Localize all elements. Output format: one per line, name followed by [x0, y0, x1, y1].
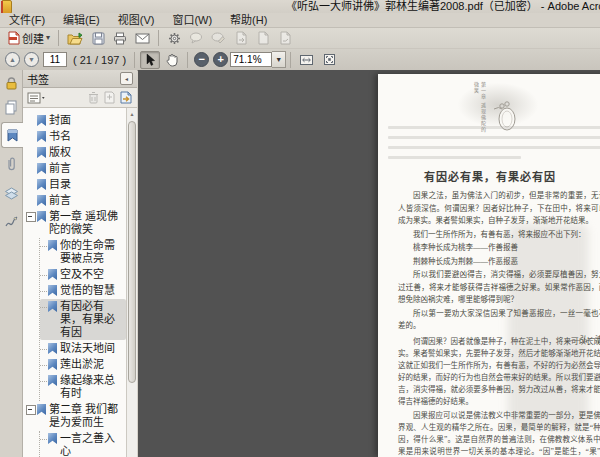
- page-count-label: ( 21 / 197 ): [73, 54, 126, 66]
- goto-bookmark-button[interactable]: [119, 91, 133, 104]
- delete-bookmark-button[interactable]: [88, 91, 99, 104]
- document-blank-icon: [257, 31, 270, 45]
- menu-window[interactable]: 窗口(W): [163, 13, 221, 27]
- acrobat-app-icon: [1, 0, 12, 13]
- fit-page-button[interactable]: [319, 51, 339, 69]
- zoom-in-button[interactable]: +: [213, 52, 228, 67]
- body-paragraph: 因果报应可以说是佛法教义中非常重要的一部分，更是佛法世界观、人生观的精华之所在。…: [398, 410, 600, 457]
- signatures-panel-button[interactable]: [2, 212, 20, 232]
- layers-panel-button[interactable]: [2, 183, 20, 203]
- bookmarks-panel-button[interactable]: [1, 122, 23, 148]
- signature-icon: [4, 215, 19, 229]
- expander-slot: [25, 146, 37, 148]
- email-button[interactable]: [132, 29, 153, 47]
- page-number-input[interactable]: [43, 52, 67, 67]
- toolbar-separator: [58, 30, 59, 46]
- arrow-down-icon: ▼: [28, 56, 35, 63]
- hide-panel-button[interactable]: ◂: [120, 72, 133, 85]
- bookmark-item[interactable]: 版权: [23, 145, 126, 160]
- quote-paragraph: 桃李种长成为桃李——作善报善: [398, 242, 600, 255]
- zoom-level-input[interactable]: [230, 52, 272, 67]
- sign-doc-button[interactable]: [275, 29, 295, 47]
- bookmark-item-chapter1[interactable]: 第一章 遥现佛陀的微笑: [23, 209, 126, 237]
- hand-icon: [165, 53, 179, 67]
- settings-button[interactable]: [164, 29, 184, 47]
- select-tool-button[interactable]: [140, 51, 160, 69]
- quote-paragraph: 因果之法，虽为佛法入门的初步，但是非常的重要，无论何人皆须深信。何谓因果？因者好…: [398, 190, 600, 228]
- fit-width-button[interactable]: [296, 51, 317, 69]
- plus-icon: +: [217, 54, 223, 65]
- menu-bar: 文件(F) 编辑(E) 视图(V) 窗口(W) 帮助(H): [0, 13, 600, 28]
- expander-slot: [25, 178, 37, 180]
- bookmark-icon: [37, 131, 46, 142]
- gear-icon: [168, 32, 181, 45]
- bookmark-icon: [37, 179, 46, 190]
- bookmarks-panel: 书签 ◂ 封面 书名 版权: [23, 70, 137, 457]
- bookmark-item[interactable]: 书名: [23, 129, 126, 144]
- menu-view[interactable]: 视图(V): [109, 13, 164, 27]
- menu-help[interactable]: 帮助(H): [221, 13, 276, 27]
- document-area[interactable]: 第一章 遥现佛陀的微笑 有因必有果，有果必有因 因果之法，虽为佛法入门的初步，但…: [138, 70, 600, 457]
- bookmark-item[interactable]: 缘起缘来总有时: [40, 373, 126, 401]
- collapse-icon[interactable]: [26, 212, 36, 222]
- bookmark-item-chapter2[interactable]: 第二章 我们都是为爱而生: [23, 402, 126, 430]
- bookmark-item[interactable]: 前言: [23, 161, 126, 176]
- zoom-out-button[interactable]: −: [194, 52, 209, 67]
- navigation-pane-strip: [0, 70, 23, 457]
- create-pdf-button[interactable]: 创建 ▾: [4, 29, 53, 47]
- previous-page-button[interactable]: ▲: [5, 52, 20, 67]
- save-button[interactable]: [88, 29, 108, 47]
- bookmark-item[interactable]: 前言: [23, 193, 126, 208]
- bookmark-item-selected[interactable]: 有因必有果，有果必有因: [40, 299, 126, 340]
- bookmark-item[interactable]: 你的生命需要被点亮: [40, 238, 126, 266]
- expander-slot: [25, 210, 37, 222]
- security-settings-button[interactable]: [2, 73, 20, 93]
- body-paragraph: 何谓因果？因者就像是种子，种在泥土中，将来可以长成为果实。果者譬如果实，先要种子…: [398, 336, 600, 408]
- envelope-icon: [135, 33, 150, 44]
- bookmark-item[interactable]: 空及不空: [40, 267, 126, 282]
- bookmark-item[interactable]: 莲出淤泥: [40, 357, 126, 372]
- comment-button[interactable]: [186, 29, 206, 47]
- bookmark-item[interactable]: 取法天地间: [40, 341, 126, 356]
- open-file-button[interactable]: [64, 29, 86, 47]
- attachments-panel-button[interactable]: [2, 154, 20, 174]
- bookmarks-panel-title: 书签: [27, 71, 120, 87]
- tree-connector: [40, 381, 47, 383]
- toolbar-separator: [158, 30, 159, 46]
- bookmark-item[interactable]: 一言之善入心: [40, 431, 126, 457]
- combine-doc-button[interactable]: [253, 29, 273, 47]
- bookmarks-panel-header: 书签 ◂: [23, 70, 137, 88]
- minus-icon: −: [198, 54, 204, 65]
- tree-connector: [40, 246, 47, 248]
- tree-connector: [40, 365, 47, 367]
- scrollbar-thumb[interactable]: [128, 121, 136, 383]
- bookmark-item[interactable]: 目录: [23, 177, 126, 192]
- menu-edit[interactable]: 编辑(E): [54, 13, 109, 27]
- scroll-up-icon[interactable]: ▲: [127, 108, 137, 120]
- next-page-button[interactable]: ▼: [24, 52, 39, 67]
- bookmark-options-button[interactable]: [27, 92, 45, 104]
- annotate-button[interactable]: [208, 29, 229, 47]
- tree-connector: [40, 307, 47, 309]
- bookmark-item[interactable]: 封面: [23, 113, 126, 128]
- body-section: 何谓因果？因者就像是种子，种在泥土中，将来可以长成为果实。果者譬如果实，先要种子…: [398, 336, 600, 457]
- page-title: 有因必有果，有果必有因: [378, 168, 600, 184]
- fit-width-icon: [299, 54, 314, 66]
- stamp-bubble-icon: [211, 32, 226, 44]
- toolbar-separator: [134, 52, 135, 68]
- bookmarks-scrollbar[interactable]: ▲: [126, 108, 137, 457]
- save-icon: [92, 32, 105, 45]
- print-button[interactable]: [110, 29, 130, 47]
- page-thumbnails-button[interactable]: [2, 97, 20, 117]
- lock-icon: [4, 76, 19, 91]
- quote-section: 因果之法，虽为佛法入门的初步，但是非常的重要，无论何人皆须深信。何谓因果？因者好…: [398, 190, 600, 347]
- export-doc-button[interactable]: [231, 29, 251, 47]
- bookmark-item[interactable]: 觉悟的智慧: [40, 283, 126, 298]
- zoom-dropdown-button[interactable]: ▼: [272, 51, 286, 68]
- expander-slot: [25, 130, 37, 132]
- menu-file[interactable]: 文件(F): [0, 13, 54, 27]
- hand-tool-button[interactable]: [162, 51, 182, 69]
- collapse-icon[interactable]: [26, 405, 36, 415]
- bookmark-icon: [37, 147, 46, 158]
- new-bookmark-button[interactable]: [103, 91, 115, 104]
